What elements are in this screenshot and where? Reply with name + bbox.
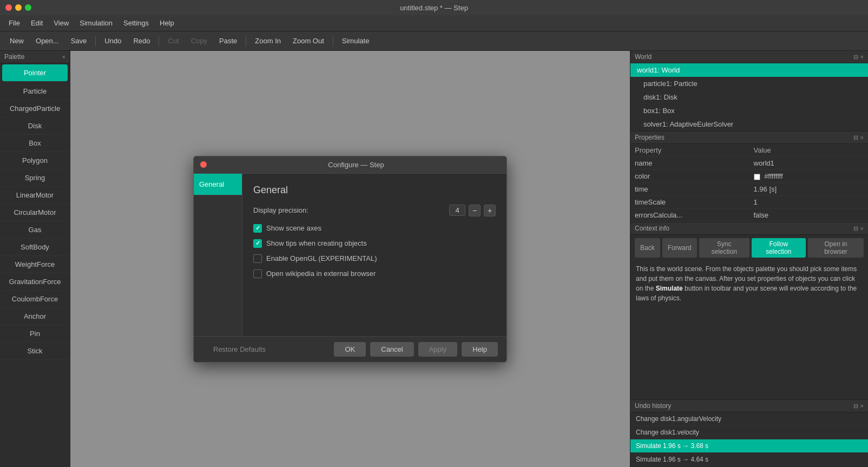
- apply-button[interactable]: Apply: [418, 342, 458, 357]
- dialog-titlebar: Configure — Step: [194, 156, 507, 174]
- prop-time-value[interactable]: 1.96 [s]: [749, 183, 869, 196]
- window-title: untitled.step * — Step: [400, 4, 468, 12]
- sidebar-item-pointer[interactable]: Pointer: [2, 64, 68, 82]
- zoomout-button[interactable]: Zoom Out: [287, 35, 330, 47]
- minimize-button[interactable]: [15, 4, 22, 11]
- copy-button[interactable]: Copy: [186, 35, 213, 47]
- paste-button[interactable]: Paste: [214, 35, 242, 47]
- world-item-world1[interactable]: world1: World: [630, 63, 868, 77]
- canvas-area[interactable]: Configure — Step General General Display…: [70, 51, 630, 467]
- sidebar-item-gas[interactable]: Gas: [0, 221, 70, 239]
- tab-general[interactable]: General: [194, 174, 242, 195]
- forward-button[interactable]: Forward: [662, 238, 697, 258]
- menu-settings[interactable]: Settings: [119, 17, 153, 29]
- properties-panel-header: Properties ⊟ ×: [630, 131, 868, 144]
- world-panel-close-icon[interactable]: ×: [860, 54, 864, 61]
- dialog-content: General Display precision: 4 − +: [242, 174, 507, 336]
- world-item-box1[interactable]: box1: Box: [630, 104, 868, 117]
- sidebar-item-softbody[interactable]: SoftBody: [0, 239, 70, 256]
- open-in-browser-button[interactable]: Open in browser: [808, 238, 864, 258]
- context-expand-icon[interactable]: ⊟: [853, 225, 858, 232]
- prop-color-value[interactable]: #ffffffff: [749, 170, 869, 183]
- undo-close-icon[interactable]: ×: [860, 403, 864, 410]
- open-button[interactable]: Open...: [30, 35, 64, 47]
- palette-items: Pointer Particle ChargedParticle Disk Bo…: [0, 63, 70, 467]
- configure-dialog: Configure — Step General General Display…: [193, 156, 507, 363]
- undo-history-controls: ⊟ ×: [853, 403, 864, 410]
- sidebar-item-polygon[interactable]: Polygon: [0, 152, 70, 169]
- checkbox-show-tips-input[interactable]: [253, 239, 262, 248]
- ok-button[interactable]: OK: [334, 342, 366, 357]
- world-item-particle1[interactable]: particle1: Particle: [630, 77, 868, 90]
- sidebar-item-pin[interactable]: Pin: [0, 325, 70, 343]
- sync-selection-button[interactable]: Sync selection: [699, 238, 749, 258]
- sidebar-item-stick[interactable]: Stick: [0, 343, 70, 360]
- menu-file[interactable]: File: [4, 17, 24, 29]
- properties-close-icon[interactable]: ×: [860, 134, 864, 141]
- world-item-disk1[interactable]: disk1: Disk: [630, 90, 868, 104]
- sidebar-item-disk[interactable]: Disk: [0, 117, 70, 135]
- context-close-icon[interactable]: ×: [860, 225, 864, 232]
- palette-panel: Palette × Pointer Particle ChargedPartic…: [0, 51, 70, 467]
- cancel-button[interactable]: Cancel: [370, 342, 413, 357]
- menu-simulation[interactable]: Simulation: [75, 17, 117, 29]
- simulate-button[interactable]: Simulate: [337, 35, 375, 47]
- maximize-button[interactable]: [25, 4, 31, 11]
- sidebar-item-box[interactable]: Box: [0, 135, 70, 152]
- close-button[interactable]: [5, 4, 12, 11]
- checkbox-open-wikipedia[interactable]: Open wikipedia in external browser: [253, 269, 496, 278]
- prop-timescale-value[interactable]: 1: [749, 196, 869, 209]
- world-panel: World ⊟ × world1: World particle1: Parti…: [630, 51, 868, 131]
- world-panel-expand-icon[interactable]: ⊟: [853, 54, 858, 61]
- palette-close-icon[interactable]: ×: [62, 54, 65, 60]
- zoomin-button[interactable]: Zoom In: [249, 35, 286, 47]
- precision-minus-button[interactable]: −: [469, 205, 481, 216]
- checkbox-enable-opengl-input[interactable]: [253, 254, 262, 263]
- checkbox-show-scene-axes[interactable]: Show scene axes: [253, 224, 496, 233]
- save-button[interactable]: Save: [65, 35, 93, 47]
- properties-panel-title: Properties: [635, 134, 665, 141]
- checkbox-show-scene-axes-input[interactable]: [253, 224, 262, 233]
- undo-item-3[interactable]: Simulate 1.96 s → 3.68 s: [630, 439, 868, 453]
- undo-item-2[interactable]: Change disk1.velocity: [630, 426, 868, 439]
- sidebar-item-circularmotor[interactable]: CircularMotor: [0, 204, 70, 221]
- separator-1: [95, 36, 96, 47]
- sidebar-item-coulombforce[interactable]: CoulombForce: [0, 291, 70, 308]
- context-info-header: Context info ⊟ ×: [630, 222, 868, 235]
- menu-edit[interactable]: Edit: [27, 17, 47, 29]
- titlebar-buttons: [5, 4, 31, 11]
- cut-button[interactable]: Cut: [162, 35, 184, 47]
- sidebar-item-weightforce[interactable]: WeightForce: [0, 256, 70, 273]
- sidebar-item-gravitationforce[interactable]: GravitationForce: [0, 273, 70, 291]
- separator-4: [333, 36, 333, 47]
- precision-plus-button[interactable]: +: [484, 205, 496, 216]
- prop-errors-value[interactable]: false: [749, 209, 869, 222]
- sidebar-item-chargedparticle[interactable]: ChargedParticle: [0, 100, 70, 117]
- context-buttons: Back Forward Sync selection Follow selec…: [630, 235, 868, 261]
- undo-expand-icon[interactable]: ⊟: [853, 403, 858, 410]
- sidebar-item-particle[interactable]: Particle: [0, 83, 70, 100]
- new-button[interactable]: New: [4, 35, 29, 47]
- properties-expand-icon[interactable]: ⊟: [853, 134, 858, 141]
- world-item-solver1[interactable]: solver1: AdaptiveEulerSolver: [630, 117, 868, 131]
- restore-defaults-button[interactable]: Restore Defaults: [202, 342, 277, 357]
- properties-panel-controls: ⊟ ×: [853, 134, 864, 141]
- undo-item-1[interactable]: Change disk1.angularVelocity: [630, 412, 868, 426]
- prop-name-value[interactable]: world1: [749, 157, 869, 170]
- menu-help[interactable]: Help: [155, 17, 179, 29]
- redo-button[interactable]: Redo: [128, 35, 155, 47]
- sidebar-item-anchor[interactable]: Anchor: [0, 308, 70, 325]
- help-button[interactable]: Help: [462, 342, 498, 357]
- checkbox-show-tips[interactable]: Show tips when creating objects: [253, 239, 496, 248]
- back-button[interactable]: Back: [635, 238, 660, 258]
- undo-button[interactable]: Undo: [99, 35, 127, 47]
- checkbox-open-wikipedia-input[interactable]: [253, 269, 262, 278]
- sidebar-item-spring[interactable]: Spring: [0, 169, 70, 187]
- context-info-text: This is the world scene. From the object…: [630, 261, 868, 306]
- sidebar-item-linearmotor[interactable]: LinearMotor: [0, 187, 70, 204]
- dialog-close-button[interactable]: [200, 161, 207, 168]
- checkbox-enable-opengl[interactable]: Enable OpenGL (EXPERIMENTAL): [253, 254, 496, 263]
- undo-item-4[interactable]: Simulate 1.96 s → 4.64 s: [630, 453, 868, 466]
- follow-selection-button[interactable]: Follow selection: [752, 238, 806, 258]
- menu-view[interactable]: View: [49, 17, 73, 29]
